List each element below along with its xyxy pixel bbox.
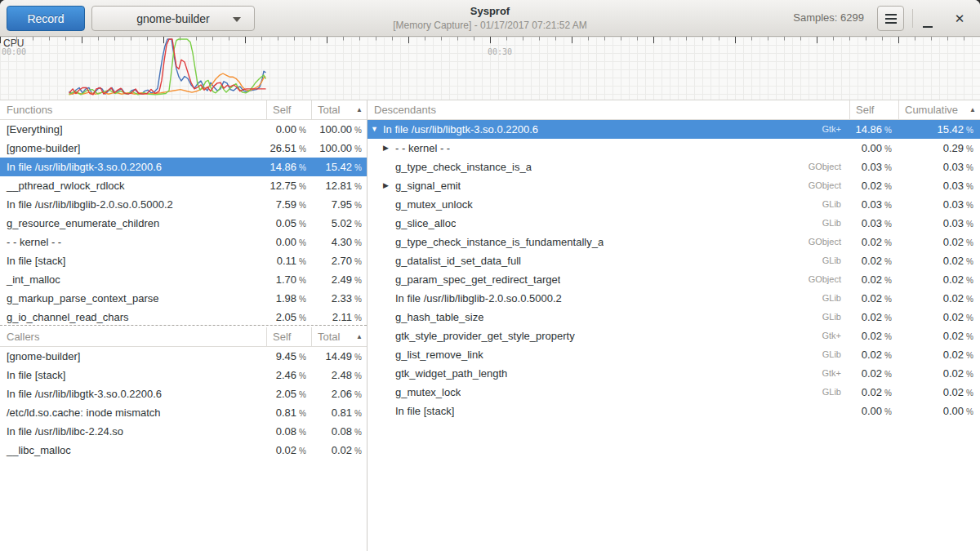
percent-sign: %	[884, 257, 892, 266]
table-row[interactable]: [gnome-builder]9.45%14.49%	[0, 347, 367, 366]
expander-collapsed-icon[interactable]: ▶	[383, 139, 395, 158]
table-row[interactable]: g_resource_enumerate_children0.05%5.02%	[0, 214, 367, 233]
library-tag: GLib	[822, 308, 849, 327]
percent-sign: %	[884, 220, 892, 229]
table-row[interactable]: g_markup_parse_context_parse1.98%2.33%	[0, 289, 367, 308]
column-header-self[interactable]: Self	[266, 327, 311, 346]
total-value: 2.70%	[311, 251, 367, 270]
table-row[interactable]: In file [stack]2.46%2.48%	[0, 366, 367, 384]
tree-row[interactable]: g_param_spec_get_redirect_targetGObject0…	[368, 270, 980, 289]
table-row[interactable]: [Everything]0.00%100.00%	[0, 120, 367, 139]
table-row[interactable]: In file /usr/lib/libgtk-3.so.0.2200.614.…	[0, 158, 367, 176]
percent-sign: %	[354, 409, 362, 418]
time-tick-label-mid: 00:30	[488, 47, 512, 56]
tree-row[interactable]: gtk_style_provider_get_style_propertyGtk…	[368, 327, 980, 345]
percent-sign: %	[966, 220, 973, 229]
descendants-rows: ▼In file /usr/lib/libgtk-3.so.0.2200.6Gt…	[368, 120, 980, 420]
cumulative-value: 0.00%	[898, 402, 980, 420]
function-name: In file /usr/lib/libglib-2.0.so.0.5000.2	[0, 195, 266, 214]
library-tag: GObject	[808, 233, 849, 251]
function-name: g_hash_table_size	[395, 308, 483, 327]
column-header-cumulative[interactable]: Cumulative ▲	[898, 100, 980, 119]
percent-sign: %	[354, 295, 362, 304]
percent-sign: %	[884, 389, 892, 398]
tree-row[interactable]: g_hash_table_sizeGLib0.02%0.02%	[368, 308, 980, 327]
table-row[interactable]: __pthread_rwlock_rdlock12.75%12.81%	[0, 176, 367, 195]
column-header-self[interactable]: Self	[266, 100, 311, 119]
percent-sign: %	[884, 238, 892, 247]
self-value: 0.00%	[266, 233, 311, 251]
total-value: 14.49%	[311, 347, 367, 366]
tree-row[interactable]: g_datalist_id_set_data_fullGLib0.02%0.02…	[368, 251, 980, 270]
library-tag	[841, 139, 849, 158]
self-value: 14.86%	[266, 158, 311, 176]
tree-row[interactable]: ▼In file /usr/lib/libgtk-3.so.0.2200.6Gt…	[368, 120, 980, 139]
tree-row[interactable]: g_mutex_unlockGLib0.03%0.03%	[368, 195, 980, 214]
percent-sign: %	[884, 407, 892, 416]
column-header-total[interactable]: Total ▲	[311, 100, 367, 119]
column-header-functions[interactable]: Functions	[0, 100, 266, 119]
tree-row[interactable]: g_mutex_lockGLib0.02%0.02%	[368, 383, 980, 402]
percent-sign: %	[966, 389, 973, 398]
table-row[interactable]: _int_malloc1.70%2.49%	[0, 270, 367, 289]
table-row[interactable]: In file /usr/lib/libc-2.24.so0.08%0.08%	[0, 422, 367, 441]
tree-row[interactable]: g_list_remove_linkGLib0.02%0.02%	[368, 345, 980, 364]
function-name: - - kernel - -	[395, 139, 450, 158]
self-value: 0.11%	[266, 251, 311, 270]
tree-row[interactable]: ▶- - kernel - -0.00%0.29%	[368, 139, 980, 158]
function-name: g_io_channel_read_chars	[0, 308, 266, 325]
table-row[interactable]: In file [stack]0.11%2.70%	[0, 251, 367, 270]
expander-collapsed-icon[interactable]: ▶	[383, 176, 395, 195]
function-name: [Everything]	[0, 120, 266, 139]
expander-expanded-icon[interactable]: ▼	[371, 120, 383, 139]
percent-sign: %	[354, 353, 362, 362]
percent-sign: %	[966, 163, 973, 172]
table-row[interactable]: In file /usr/lib/libgtk-3.so.0.2200.62.0…	[0, 384, 367, 403]
table-row[interactable]: __libc_malloc0.02%0.02%	[0, 441, 367, 460]
tree-row[interactable]: In file /usr/lib/libglib-2.0.so.0.5000.2…	[368, 289, 980, 308]
self-value: 0.02%	[849, 383, 898, 402]
tree-row[interactable]: In file [stack]0.00%0.00%	[368, 402, 980, 420]
menu-button[interactable]	[877, 6, 904, 31]
minimize-button[interactable]	[918, 6, 938, 31]
tree-row[interactable]: ▶g_signal_emitGObject0.02%0.03%	[368, 176, 980, 195]
total-value: 7.95%	[311, 195, 367, 214]
cumulative-value: 0.02%	[898, 345, 980, 364]
column-header-total[interactable]: Total ▲	[311, 327, 367, 346]
self-value: 0.02%	[849, 289, 898, 308]
tree-row[interactable]: gtk_widget_path_lengthGtk+0.02%0.02%	[368, 364, 980, 383]
cpu-blue-line	[69, 39, 265, 94]
expander-spacer	[383, 158, 395, 176]
process-selector-dropdown[interactable]: gnome-builder	[91, 6, 255, 31]
column-header-callers[interactable]: Callers	[0, 327, 266, 346]
close-button[interactable]: ✕	[947, 6, 972, 31]
cpu-timeline-chart[interactable]: CPU 00:00 00:30	[0, 37, 980, 100]
table-row[interactable]: In file /usr/lib/libglib-2.0.so.0.5000.2…	[0, 195, 367, 214]
function-name: In file /usr/lib/libgtk-3.so.0.2200.6	[0, 384, 266, 403]
self-value: 7.59%	[266, 195, 311, 214]
record-button[interactable]: Record	[7, 6, 85, 31]
percent-sign: %	[354, 201, 362, 210]
percent-sign: %	[354, 313, 362, 322]
tree-row[interactable]: g_slice_allocGLib0.03%0.03%	[368, 214, 980, 233]
column-header-descendants[interactable]: Descendants	[368, 100, 849, 119]
table-row[interactable]: /etc/ld.so.cache: inode mismatch0.81%0.8…	[0, 403, 367, 422]
column-header-self[interactable]: Self	[849, 100, 898, 119]
table-row[interactable]: - - kernel - -0.00%4.30%	[0, 233, 367, 251]
percent-sign: %	[299, 409, 306, 418]
percent-sign: %	[354, 238, 362, 247]
self-value: 0.02%	[849, 364, 898, 383]
self-value: 12.75%	[266, 176, 311, 195]
tree-row[interactable]: g_type_check_instance_is_aGObject0.03%0.…	[368, 158, 980, 176]
functions-rows: [Everything]0.00%100.00%[gnome-builder]2…	[0, 120, 367, 325]
tree-row[interactable]: g_type_check_instance_is_fundamentally_a…	[368, 233, 980, 251]
table-row[interactable]: g_io_channel_read_chars2.05%2.11%	[0, 308, 367, 325]
sysprof-window: Record gnome-builder Sysprof [Memory Cap…	[0, 0, 980, 551]
percent-sign: %	[299, 428, 306, 437]
percent-sign: %	[299, 201, 306, 210]
table-row[interactable]: [gnome-builder]26.51%100.00%	[0, 139, 367, 158]
total-value: 4.30%	[311, 233, 367, 251]
percent-sign: %	[299, 144, 306, 153]
function-name: /etc/ld.so.cache: inode mismatch	[0, 403, 266, 422]
percent-sign: %	[299, 126, 306, 135]
